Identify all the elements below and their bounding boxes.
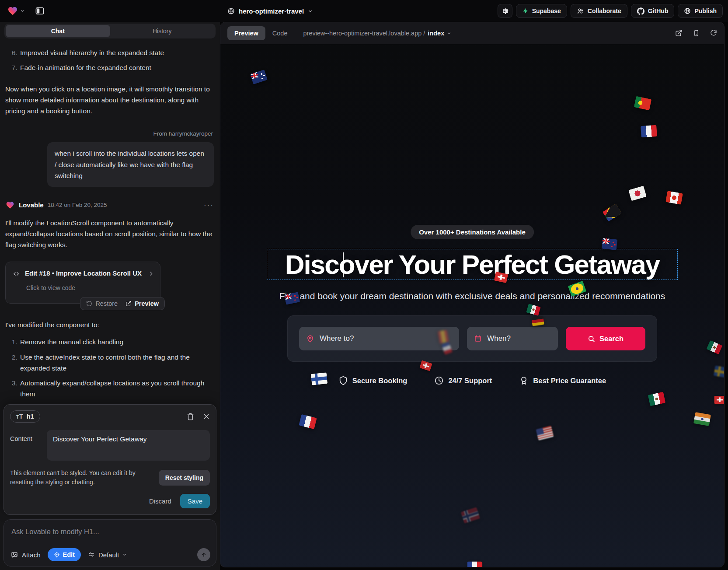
list-item: Improved visual hierarchy in the expande… bbox=[19, 47, 214, 58]
code-icon bbox=[12, 270, 21, 277]
refresh-button[interactable] bbox=[710, 30, 717, 37]
feature-list: Secure Booking24/7 SupportBest Price Gua… bbox=[220, 376, 724, 385]
gear-icon bbox=[501, 7, 509, 15]
publish-label: Publish bbox=[694, 7, 717, 14]
chat-scroll-area[interactable]: Improved visual hierarchy in the expande… bbox=[0, 38, 220, 401]
preview-pane: Preview Code preview--hero-optimizer-tra… bbox=[220, 22, 725, 567]
globe-icon bbox=[684, 7, 691, 14]
message-more-button[interactable]: ··· bbox=[204, 201, 214, 210]
mobile-icon bbox=[693, 29, 700, 37]
external-link-icon bbox=[675, 29, 683, 37]
france-flag-icon bbox=[299, 414, 317, 429]
project-switcher[interactable]: hero-optimizer-travel bbox=[227, 0, 313, 22]
new-zealand-flag-icon bbox=[284, 292, 300, 305]
south-africa-flag-icon bbox=[603, 203, 622, 221]
publish-button[interactable]: Publish bbox=[678, 4, 723, 18]
reset-styling-button[interactable]: Reset styling bbox=[159, 470, 210, 486]
sliders-icon bbox=[88, 552, 95, 558]
feature-label: Secure Booking bbox=[352, 377, 408, 385]
heart-logo-icon bbox=[5, 201, 15, 210]
attach-button[interactable]: Attach bbox=[10, 551, 41, 559]
project-name: hero-optimizer-travel bbox=[239, 7, 304, 15]
edit-card-subtitle: Click to view code bbox=[26, 283, 154, 293]
when-input[interactable]: When? bbox=[467, 327, 558, 350]
content-textarea[interactable]: Discover Your Perfect Getaway bbox=[47, 430, 210, 461]
open-in-new-tab-button[interactable] bbox=[675, 29, 683, 37]
selected-element-outline: Discover Your Perfect Getaway bbox=[267, 249, 678, 280]
chat-mode-select[interactable]: Default bbox=[88, 551, 127, 559]
chevron-right-icon bbox=[148, 271, 154, 276]
assistant-paragraph: Now when you click on a location image, … bbox=[5, 84, 214, 116]
new-zealand-flag-icon bbox=[602, 238, 618, 250]
collaborate-button[interactable]: Collaborate bbox=[571, 4, 627, 18]
element-tag-pill[interactable]: TT h1 bbox=[10, 410, 40, 423]
sidebar-toggle-button[interactable] bbox=[32, 4, 47, 18]
chat-panel: Chat History Improved visual hierarchy i… bbox=[0, 22, 220, 570]
message-author-label: From harrymckayroper bbox=[5, 129, 213, 139]
hero-heading[interactable]: Discover Your Perfect Getaway bbox=[285, 249, 659, 280]
edit-label: Edit bbox=[63, 551, 75, 558]
restore-button[interactable]: Restore bbox=[86, 300, 118, 307]
element-tag: h1 bbox=[27, 413, 34, 420]
text-caret bbox=[343, 252, 344, 277]
where-placeholder: Where to? bbox=[320, 334, 354, 343]
sidebar-icon bbox=[35, 7, 44, 15]
lovable-logo[interactable] bbox=[5, 6, 26, 16]
feature-item: Best Price Guarantee bbox=[519, 376, 606, 385]
switzerland-flag-icon bbox=[419, 360, 432, 371]
settings-button[interactable] bbox=[498, 4, 512, 18]
send-button[interactable] bbox=[197, 548, 210, 561]
assistant-paragraph: I've modified the component to: bbox=[5, 319, 214, 330]
supabase-button[interactable]: Supabase bbox=[516, 4, 567, 18]
tab-chat[interactable]: Chat bbox=[6, 25, 110, 37]
chat-progress-list: Improved visual hierarchy in the expande… bbox=[5, 47, 214, 73]
shield-icon bbox=[338, 376, 348, 385]
tab-preview[interactable]: Preview bbox=[227, 26, 265, 40]
topbar: hero-optimizer-travel Supabase bbox=[0, 0, 728, 22]
edit-card-actions: Restore Preview bbox=[80, 297, 165, 310]
finland-flag-icon bbox=[311, 372, 328, 385]
preview-viewport[interactable]: Over 1000+ Destinations Available Discov… bbox=[220, 44, 724, 567]
restore-icon bbox=[86, 301, 92, 307]
chat-modified-list: Remove the manual click handlingUse the … bbox=[5, 336, 214, 401]
image-attach-icon bbox=[10, 551, 18, 558]
composer-input[interactable]: Ask Lovable to modify H1... bbox=[11, 528, 209, 536]
assistant-message-header: Lovable 18:42 on Feb 20, 2025 ··· bbox=[5, 200, 214, 210]
destinations-badge: Over 1000+ Destinations Available bbox=[411, 225, 534, 239]
feature-item: Secure Booking bbox=[338, 376, 408, 385]
target-icon bbox=[54, 552, 60, 558]
where-to-input[interactable]: Where to? bbox=[299, 327, 459, 350]
switzerland-flag-icon bbox=[714, 396, 724, 404]
save-button[interactable]: Save bbox=[180, 494, 210, 508]
collaborate-label: Collaborate bbox=[588, 7, 621, 14]
restore-label: Restore bbox=[95, 300, 118, 307]
github-button[interactable]: GitHub bbox=[631, 4, 675, 18]
chat-composer: Ask Lovable to modify H1... Attach Edit … bbox=[3, 519, 216, 567]
delete-element-button[interactable] bbox=[187, 413, 194, 420]
search-icon bbox=[588, 335, 595, 343]
mobile-view-button[interactable] bbox=[693, 29, 700, 37]
close-panel-button[interactable] bbox=[203, 413, 210, 420]
discard-button[interactable]: Discard bbox=[144, 494, 177, 508]
supabase-label: Supabase bbox=[532, 7, 561, 14]
edit-card-title: Edit #18 • Improve Location Scroll UX bbox=[25, 268, 142, 279]
list-item: Automatically expand/collapse locations … bbox=[19, 378, 214, 399]
feature-item: 24/7 Support bbox=[434, 376, 492, 385]
edit-code-card[interactable]: Edit #18 • Improve Location Scroll UX Cl… bbox=[5, 262, 160, 304]
preview-change-button[interactable]: Preview bbox=[125, 300, 159, 307]
portugal-flag-icon bbox=[634, 96, 652, 111]
clock-icon bbox=[434, 376, 444, 385]
chevron-down-icon bbox=[20, 9, 24, 13]
tab-code[interactable]: Code bbox=[272, 30, 288, 37]
india-flag-icon bbox=[693, 412, 711, 426]
github-label: GitHub bbox=[648, 7, 669, 14]
edit-mode-button[interactable]: Edit bbox=[48, 548, 81, 561]
germany-flag-icon bbox=[531, 316, 544, 326]
tab-history[interactable]: History bbox=[110, 25, 215, 37]
close-icon bbox=[203, 413, 210, 420]
attach-label: Attach bbox=[22, 551, 41, 559]
url-page: index bbox=[428, 30, 444, 37]
search-button[interactable]: Search bbox=[566, 327, 645, 350]
trash-icon bbox=[187, 413, 194, 420]
preview-url[interactable]: preview--hero-optimizer-travel.lovable.a… bbox=[303, 30, 452, 37]
